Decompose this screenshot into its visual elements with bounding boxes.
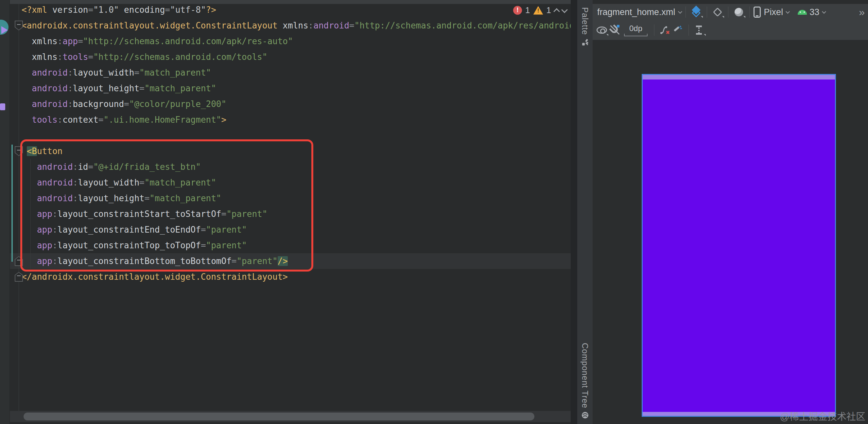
code-line[interactable]: xmlns:tools="http://schemas.android.com/…: [22, 49, 571, 65]
toolbar-separator: [749, 6, 750, 18]
error-icon[interactable]: [513, 6, 522, 15]
fold-marker-constraintlayout[interactable]: [15, 21, 23, 30]
fold-marker-root-end[interactable]: [15, 272, 23, 282]
magic-wand-icon: [673, 25, 684, 36]
palette-tab[interactable]: Palette: [577, 7, 593, 46]
device-preview[interactable]: [642, 74, 836, 417]
fold-marker-button-end[interactable]: [15, 256, 23, 266]
clear-constraints-button[interactable]: [658, 24, 672, 37]
code-line[interactable]: app:layout_constraintStart_toStartOf="pa…: [22, 206, 571, 222]
code-line[interactable]: app:layout_constraintBottom_toBottomOf="…: [22, 253, 571, 269]
eye-icon: [596, 27, 607, 34]
inspection-widget: 1 1: [513, 5, 567, 16]
toolbar-separator: [707, 6, 707, 18]
rotate-device-icon: [713, 7, 722, 17]
code-line[interactable]: android:background="@color/purple_200": [22, 96, 571, 112]
pack-expand-button[interactable]: [693, 24, 706, 37]
magnet-tip: [617, 25, 619, 28]
chevron-down-icon: [701, 16, 703, 18]
toolbar-separator: [728, 6, 728, 18]
code-line[interactable]: <Button: [22, 143, 571, 159]
status-bar-strip: [643, 75, 835, 80]
component-tree-icon: [582, 412, 589, 419]
editor-panel-divider[interactable]: [571, 0, 577, 424]
chevron-down-icon: [822, 9, 826, 14]
code-line[interactable]: android:layout_height="match_parent": [22, 190, 571, 206]
warning-icon[interactable]: [533, 6, 543, 15]
code-line[interactable]: android:layout_width="match_parent": [22, 175, 571, 190]
component-tree-label: Component Tree: [580, 343, 590, 408]
code-line[interactable]: android:layout_width="match_parent": [22, 65, 571, 81]
code-line[interactable]: app:layout_constraintTop_toTopOf="parent…: [22, 238, 571, 253]
color-swatch-icon[interactable]: [0, 103, 5, 110]
vcs-change-bar[interactable]: [11, 145, 13, 262]
autoconnect-button[interactable]: [608, 24, 621, 37]
android-studio-layout-editor: <?xml version="1.0" encoding="utf-8"?><a…: [0, 0, 868, 424]
chevron-down-icon: [785, 9, 790, 14]
fold-marker-button[interactable]: [15, 146, 23, 156]
component-tree-tab[interactable]: Component Tree: [577, 343, 593, 419]
code-line[interactable]: <?xml version="1.0" encoding="utf-8"?>: [22, 2, 571, 18]
chevron-down-icon: [704, 34, 706, 36]
left-tool-rail: [0, 0, 10, 424]
margin-bracket-icon: [624, 34, 648, 36]
clear-constraints-icon: [659, 25, 671, 36]
default-margin-value: 0dp: [626, 24, 646, 33]
button-fill-preview[interactable]: [643, 80, 835, 412]
chevron-down-icon[interactable]: [561, 6, 568, 13]
design-surface-mode-button[interactable]: [690, 6, 703, 19]
palette-label: Palette: [580, 7, 590, 35]
warning-count: 1: [547, 5, 551, 16]
phone-icon: [753, 6, 761, 18]
horizontal-scrollbar-track[interactable]: [10, 411, 571, 422]
api-level-selector[interactable]: 33: [798, 6, 826, 19]
code-line[interactable]: <androidx.constraintlayout.widget.Constr…: [22, 18, 571, 33]
toolbar-overflow-button[interactable]: »: [859, 7, 865, 17]
theme-icon: [735, 8, 743, 17]
flag-icon: [1, 26, 8, 34]
error-count: 1: [525, 5, 530, 16]
code-line[interactable]: tools:context=".ui.home.HomeFragment">: [22, 112, 571, 128]
theme-button[interactable]: [732, 6, 745, 19]
design-tool-stripe: Palette Component Tree: [577, 0, 593, 424]
design-toolbar-top: fragment_home.xml Pixel: [593, 4, 868, 20]
code-line[interactable]: xmlns:app="http://schemas.android.com/ap…: [22, 33, 571, 49]
toolbar-separator: [685, 6, 686, 18]
code-line[interactable]: android:id="@+id/frida_test_btn": [22, 159, 571, 175]
chevron-down-icon: [743, 16, 745, 18]
code-line[interactable]: </androidx.constraintlayout.widget.Const…: [22, 269, 571, 284]
code-lines: <?xml version="1.0" encoding="utf-8"?><a…: [22, 2, 571, 284]
view-options-button[interactable]: [595, 24, 608, 37]
file-selector[interactable]: fragment_home.xml: [597, 7, 675, 17]
toolbar-separator: [654, 25, 654, 36]
palette-icon: [581, 38, 589, 46]
android-icon: [798, 10, 807, 15]
xml-code-editor[interactable]: <?xml version="1.0" encoding="utf-8"?><a…: [10, 0, 571, 424]
api-level: 33: [809, 7, 819, 17]
default-margin-control[interactable]: 0dp: [624, 24, 648, 36]
chevron-down-icon: [678, 9, 682, 14]
code-line[interactable]: app:layout_constraintEnd_toEndOf="parent…: [22, 222, 571, 238]
code-line[interactable]: [22, 128, 571, 143]
orientation-button[interactable]: [711, 6, 724, 19]
toolbar-separator: [688, 25, 689, 36]
design-toolbar-constraints: 0dp: [593, 20, 868, 40]
device-name: Pixel: [764, 7, 783, 17]
chevron-down-icon: [722, 16, 724, 18]
vertical-distribute-icon: [694, 25, 704, 36]
chevron-up-icon[interactable]: [553, 8, 560, 15]
watermark-text: @稀土掘金技术社区: [780, 409, 865, 423]
gutter-separator: [19, 0, 19, 411]
infer-constraints-button[interactable]: [672, 24, 684, 37]
code-line[interactable]: android:layout_height="match_parent": [22, 81, 571, 96]
device-selector[interactable]: Pixel: [753, 6, 789, 19]
horizontal-scrollbar-thumb[interactable]: [24, 413, 534, 420]
